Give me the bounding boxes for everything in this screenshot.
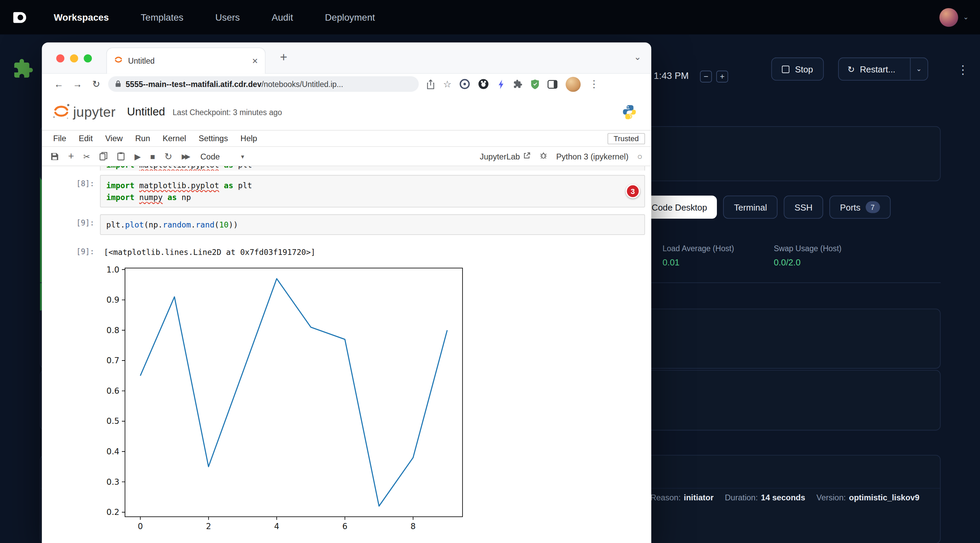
stop-icon xyxy=(782,65,789,73)
svg-text:0.7: 0.7 xyxy=(106,356,119,365)
zoom-in-button[interactable]: + xyxy=(716,71,728,83)
svg-text:1.0: 1.0 xyxy=(106,265,119,275)
restart-icon: ↻ xyxy=(848,64,855,74)
tab-title: Untitled xyxy=(128,57,247,65)
interrupt-kernel-icon[interactable]: ■ xyxy=(150,152,155,160)
notebook-body: import matplotlib.pyplot as plt [8]: imp… xyxy=(42,166,652,543)
paste-cell-icon[interactable] xyxy=(117,152,125,161)
build-duration: Duration:14 seconds xyxy=(725,493,805,502)
extension-bolt-icon[interactable] xyxy=(497,79,505,89)
jupyter-logo xyxy=(52,102,70,123)
cut-cell-icon[interactable]: ✂ xyxy=(83,152,90,160)
lock-icon xyxy=(115,79,121,90)
restart-options-button[interactable]: ⌄ xyxy=(910,58,927,80)
svg-text:0: 0 xyxy=(138,522,143,531)
top-nav: Workspaces Templates Users Audit Deploym… xyxy=(0,0,980,35)
nav-item-workspaces[interactable]: Workspaces xyxy=(54,12,109,22)
reload-icon[interactable]: ↻ xyxy=(87,79,106,90)
menu-edit[interactable]: Edit xyxy=(79,134,92,143)
back-icon[interactable]: ← xyxy=(49,79,68,89)
chrome-menu-icon[interactable]: ⋮ xyxy=(589,78,599,90)
input-prompt: [9]: xyxy=(42,214,100,235)
zoom-out-button[interactable]: − xyxy=(700,71,712,83)
svg-text:4: 4 xyxy=(274,522,279,531)
save-icon[interactable] xyxy=(51,152,59,160)
terminal-button[interactable]: Terminal xyxy=(723,196,778,219)
menu-view[interactable]: View xyxy=(105,134,123,143)
input-prompt: [8]: xyxy=(42,175,100,208)
screen: Workspaces Templates Users Audit Deploym… xyxy=(0,0,980,543)
trusted-button[interactable]: Trusted xyxy=(608,133,645,144)
primary-nav: Workspaces Templates Users Audit Deploym… xyxy=(54,12,375,22)
svg-text:0.2: 0.2 xyxy=(106,508,119,517)
svg-text:8: 8 xyxy=(410,522,415,531)
run-cell-icon[interactable]: ▶ xyxy=(134,152,140,160)
open-jupyterlab-link[interactable]: JupyterLab xyxy=(480,152,531,161)
restart-kernel-icon[interactable]: ↻ xyxy=(165,152,172,161)
nav-item-deployment[interactable]: Deployment xyxy=(325,12,375,22)
forward-icon[interactable]: → xyxy=(68,79,87,89)
python-logo xyxy=(621,103,638,122)
svg-text:6: 6 xyxy=(342,522,347,531)
url-text: 5555--main--test--matifali.atif.cdr.dev/… xyxy=(126,79,343,88)
ports-count-badge: 7 xyxy=(865,201,880,213)
cell-type-select[interactable]: Code ▾ xyxy=(200,152,244,161)
copy-cell-icon[interactable] xyxy=(100,152,108,161)
svg-text:2: 2 xyxy=(206,522,211,531)
notebook-title[interactable]: Untitled xyxy=(127,106,165,119)
browser-tab[interactable]: Untitled ✕ xyxy=(106,48,266,74)
code-cell-9: [9]: plt.plot(np.random.rand(10)) xyxy=(42,214,652,235)
output-prompt: [9]: xyxy=(42,243,100,257)
nav-item-audit[interactable]: Audit xyxy=(272,12,293,22)
nav-item-users[interactable]: Users xyxy=(215,12,240,22)
svg-text:0.6: 0.6 xyxy=(106,386,119,396)
last-used-time: 1:43 PM xyxy=(654,70,689,81)
browser-toolbar: ← → ↻ 5555--main--test--matifali.atif.cd… xyxy=(42,74,652,94)
stop-workspace-button[interactable]: Stop xyxy=(772,57,824,81)
extensions-puzzle-icon[interactable] xyxy=(513,79,523,89)
new-tab-button[interactable]: + xyxy=(280,50,288,64)
menu-run[interactable]: Run xyxy=(135,134,150,143)
side-panel-icon[interactable] xyxy=(548,79,558,88)
restart-run-all-icon[interactable]: ▶▶ xyxy=(182,153,189,159)
build-meta-row: Reason:initiator Duration:14 seconds Ver… xyxy=(651,493,920,502)
ssh-button[interactable]: SSH xyxy=(784,196,823,219)
bookmark-star-icon[interactable]: ☆ xyxy=(443,79,452,90)
address-bar[interactable]: 5555--main--test--matifali.atif.cdr.dev/… xyxy=(108,76,418,92)
jupyter-header: jupyter Untitled Last Checkpoint: 3 minu… xyxy=(42,94,652,131)
kernel-name[interactable]: Python 3 (ipykernel) xyxy=(556,152,628,161)
chevron-down-icon[interactable]: ⌄ xyxy=(963,13,969,21)
code-editor[interactable]: import matplotlib.pyplot as plt import n… xyxy=(100,175,645,208)
add-cell-icon[interactable]: + xyxy=(68,151,74,162)
extension-1password-icon[interactable] xyxy=(460,79,470,89)
menu-help[interactable]: Help xyxy=(240,134,257,143)
jupyter-brand-text: jupyter xyxy=(73,104,116,120)
output-cell-9: [9]: [<matplotlib.lines.Line2D at 0x7fd0… xyxy=(42,243,652,257)
extension-adguard-icon[interactable] xyxy=(531,79,540,89)
ports-button[interactable]: Ports 7 xyxy=(829,196,890,219)
output-repr-text: [<matplotlib.lines.Line2D at 0x7fd03f191… xyxy=(100,243,315,257)
tab-close-icon[interactable]: ✕ xyxy=(252,57,258,65)
workspace-menu-button[interactable]: ⋮ xyxy=(957,63,969,77)
menu-kernel[interactable]: Kernel xyxy=(162,134,186,143)
menu-file[interactable]: File xyxy=(53,134,66,143)
share-icon[interactable] xyxy=(426,79,435,89)
menu-settings[interactable]: Settings xyxy=(199,134,228,143)
tab-search-icon[interactable]: ⌄ xyxy=(634,52,641,62)
user-avatar[interactable] xyxy=(939,8,958,26)
window-controls xyxy=(56,54,92,63)
minimize-window-button[interactable] xyxy=(70,54,78,63)
toolbar-right: JupyterLab Python 3 (ipykernel) ○ xyxy=(480,151,643,162)
coder-logo[interactable] xyxy=(11,9,27,25)
code-editor[interactable]: plt.plot(np.random.rand(10)) xyxy=(100,214,645,235)
nav-item-templates[interactable]: Templates xyxy=(140,12,183,22)
fullscreen-window-button[interactable] xyxy=(84,54,92,63)
chrome-profile-avatar[interactable] xyxy=(566,76,581,91)
close-window-button[interactable] xyxy=(56,54,64,63)
matplotlib-figure: 0.20.30.40.50.60.70.80.91.002468 xyxy=(103,264,651,543)
restart-workspace-button[interactable]: ↻ Restart... ⌄ xyxy=(838,57,928,81)
debugger-icon[interactable] xyxy=(539,151,547,162)
extension-github-icon[interactable] xyxy=(479,79,489,89)
external-link-icon xyxy=(523,152,531,161)
workspace-actions: VS Code Desktop Terminal SSH Ports 7 xyxy=(612,196,891,219)
